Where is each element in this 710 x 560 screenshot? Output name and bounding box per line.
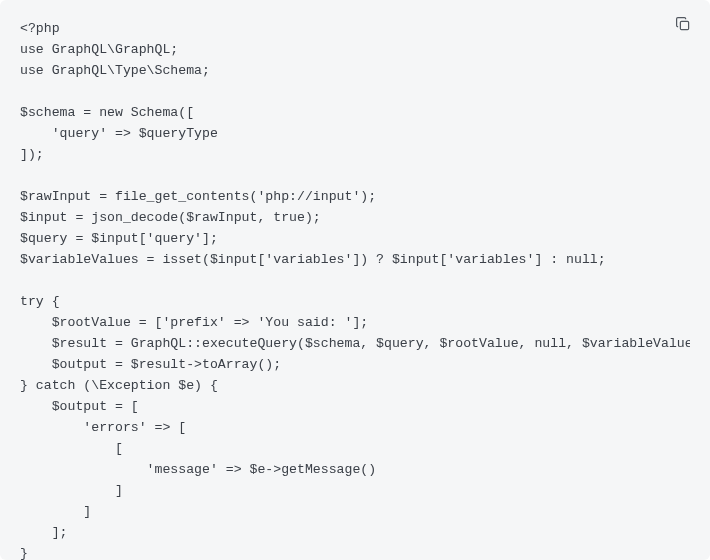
code-line: [ (20, 441, 123, 456)
copy-icon (674, 15, 692, 36)
code-block: <?php use GraphQL\GraphQL; use GraphQL\T… (0, 0, 710, 560)
code-line: $rootValue = ['prefix' => 'You said: ']; (20, 315, 368, 330)
code-line: ] (20, 483, 123, 498)
code-line: 'errors' => [ (20, 420, 186, 435)
code-line: ]); (20, 147, 44, 162)
code-line: ]; (20, 525, 67, 540)
code-line: use GraphQL\Type\Schema; (20, 63, 210, 78)
code-line: $variableValues = isset($input['variable… (20, 252, 606, 267)
code-content: <?php use GraphQL\GraphQL; use GraphQL\T… (20, 18, 690, 560)
code-line: try { (20, 294, 60, 309)
code-line: 'query' => $queryType (20, 126, 218, 141)
code-line: 'message' => $e->getMessage() (20, 462, 376, 477)
code-line: $output = $result->toArray(); (20, 357, 281, 372)
code-line: use GraphQL\GraphQL; (20, 42, 178, 57)
code-line: <?php (20, 21, 60, 36)
copy-button[interactable] (672, 14, 694, 36)
code-line: $output = [ (20, 399, 139, 414)
svg-rect-0 (680, 21, 688, 29)
code-line: $result = GraphQL::executeQuery($schema,… (20, 336, 690, 351)
code-line: $input = json_decode($rawInput, true); (20, 210, 321, 225)
code-line: ] (20, 504, 91, 519)
code-line: $schema = new Schema([ (20, 105, 194, 120)
code-line: } (20, 546, 28, 560)
code-line: $rawInput = file_get_contents('php://inp… (20, 189, 376, 204)
code-line: } catch (\Exception $e) { (20, 378, 218, 393)
code-line: $query = $input['query']; (20, 231, 218, 246)
